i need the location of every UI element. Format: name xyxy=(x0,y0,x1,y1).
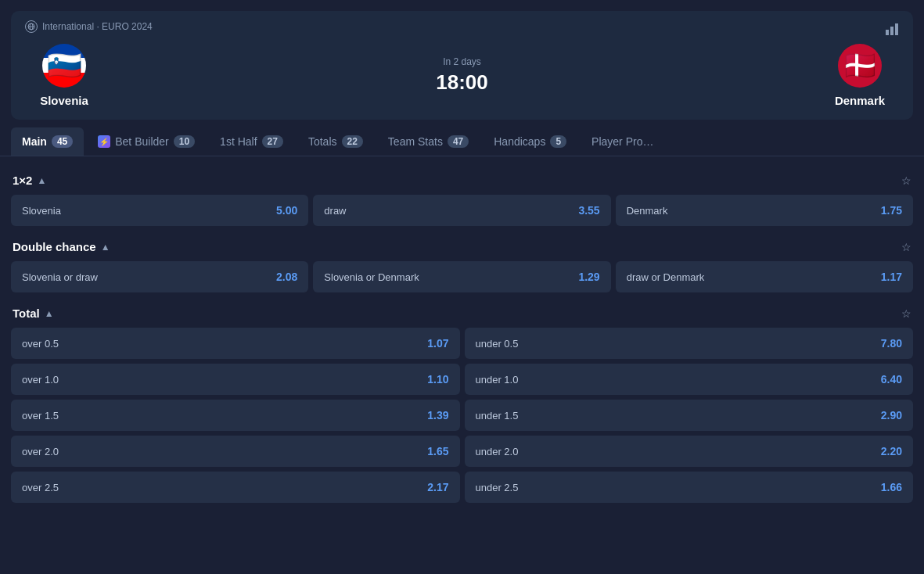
main-content: 1×2 ▲ ☆ Slovenia 5.00 draw 3.55 Denmark … xyxy=(0,164,924,503)
tab-1st-half[interactable]: 1st Half 27 xyxy=(209,127,294,156)
section-total-title: Total ▲ xyxy=(13,307,54,320)
odds-btn-denmark[interactable]: Denmark 1.75 xyxy=(616,195,913,226)
odds-row-1x2: Slovenia 5.00 draw 3.55 Denmark 1.75 xyxy=(11,195,913,226)
tab-totals[interactable]: Totals 22 xyxy=(297,127,374,156)
bar-chart-icon[interactable] xyxy=(885,22,899,39)
tab-1st-half-badge: 27 xyxy=(262,135,283,148)
odds-row-total-0: over 0.5 1.07 under 0.5 7.80 xyxy=(11,328,913,359)
odds-row-total-3: over 2.0 1.65 under 2.0 2.20 xyxy=(11,436,913,467)
odds-btn-slovenia-draw[interactable]: Slovenia or draw 2.08 xyxy=(11,261,308,292)
odds-row-double-chance: Slovenia or draw 2.08 Slovenia or Denmar… xyxy=(11,261,913,292)
odds-row-total-4: over 2.5 2.17 under 2.5 1.66 xyxy=(11,472,913,503)
breadcrumb: International · EURO 2024 xyxy=(25,20,899,33)
away-team-name: Denmark xyxy=(835,94,885,107)
match-time: 18:00 xyxy=(103,70,821,95)
odds-btn-slovenia-denmark[interactable]: Slovenia or Denmark 1.29 xyxy=(313,261,610,292)
tab-handicaps[interactable]: Handicaps 5 xyxy=(483,127,577,156)
match-center: In 2 days 18:00 xyxy=(103,56,821,95)
tab-totals-badge: 22 xyxy=(342,135,363,148)
odds-btn-over-2[interactable]: over 1.5 1.39 xyxy=(11,400,460,431)
globe-icon xyxy=(25,20,38,33)
home-team: Slovenia xyxy=(25,44,103,107)
sort-up-icon: ▲ xyxy=(37,175,46,186)
odds-btn-over-0[interactable]: over 0.5 1.07 xyxy=(11,328,460,359)
away-team-flag xyxy=(838,44,882,88)
sort-up-icon-total: ▲ xyxy=(45,308,54,319)
tab-handicaps-badge: 5 xyxy=(550,135,566,148)
section-double-chance-header: Double chance ▲ ☆ xyxy=(11,231,913,261)
home-team-name: Slovenia xyxy=(40,94,88,107)
total-rows-container: over 0.5 1.07 under 0.5 7.80 over 1.0 1.… xyxy=(11,328,913,503)
tab-bet-builder-badge: 10 xyxy=(174,135,195,148)
odds-btn-slovenia[interactable]: Slovenia 5.00 xyxy=(11,195,308,226)
section-1x2-header: 1×2 ▲ ☆ xyxy=(11,164,913,195)
svg-rect-3 xyxy=(886,30,889,35)
tab-team-stats-badge: 47 xyxy=(448,135,469,148)
svg-rect-4 xyxy=(890,27,893,35)
odds-btn-under-4[interactable]: under 2.5 1.66 xyxy=(465,472,914,503)
odds-btn-under-3[interactable]: under 2.0 2.20 xyxy=(465,436,914,467)
odds-btn-under-2[interactable]: under 1.5 2.90 xyxy=(465,400,914,431)
odds-row-total-1: over 1.0 1.10 under 1.0 6.40 xyxy=(11,364,913,395)
svg-rect-5 xyxy=(895,23,898,35)
odds-btn-over-1[interactable]: over 1.0 1.10 xyxy=(11,364,460,395)
time-label: In 2 days xyxy=(103,56,821,67)
tab-player-props[interactable]: Player Pro… xyxy=(581,127,664,156)
pin-icon-total[interactable]: ☆ xyxy=(901,307,911,320)
away-team: Denmark xyxy=(821,44,899,107)
odds-btn-under-0[interactable]: under 0.5 7.80 xyxy=(465,328,914,359)
section-double-chance-title: Double chance ▲ xyxy=(13,240,110,253)
odds-btn-over-3[interactable]: over 2.0 1.65 xyxy=(11,436,460,467)
bet-builder-icon: ⚡ xyxy=(98,135,110,148)
sort-up-icon-dc: ▲ xyxy=(101,242,110,253)
tab-main-badge: 45 xyxy=(52,135,73,148)
tab-main[interactable]: Main 45 xyxy=(11,127,84,156)
tab-team-stats[interactable]: Team Stats 47 xyxy=(377,127,480,156)
section-total-header: Total ▲ ☆ xyxy=(11,297,913,328)
section-1x2-title: 1×2 ▲ xyxy=(13,174,46,187)
pin-icon-1x2[interactable]: ☆ xyxy=(901,174,911,187)
teams-row: Slovenia In 2 days 18:00 Denmark xyxy=(25,44,899,107)
odds-btn-draw[interactable]: draw 3.55 xyxy=(313,195,610,226)
odds-btn-draw-denmark[interactable]: draw or Denmark 1.17 xyxy=(616,261,913,292)
match-header: International · EURO 2024 Slovenia In 2 … xyxy=(11,11,913,120)
tab-bet-builder[interactable]: ⚡ Bet Builder 10 xyxy=(87,127,206,156)
home-team-flag xyxy=(42,44,86,88)
odds-btn-over-4[interactable]: over 2.5 2.17 xyxy=(11,472,460,503)
pin-icon-dc[interactable]: ☆ xyxy=(901,241,911,253)
tabs-container: Main 45 ⚡ Bet Builder 10 1st Half 27 Tot… xyxy=(0,127,924,156)
odds-btn-under-1[interactable]: under 1.0 6.40 xyxy=(465,364,914,395)
odds-row-total-2: over 1.5 1.39 under 1.5 2.90 xyxy=(11,400,913,431)
